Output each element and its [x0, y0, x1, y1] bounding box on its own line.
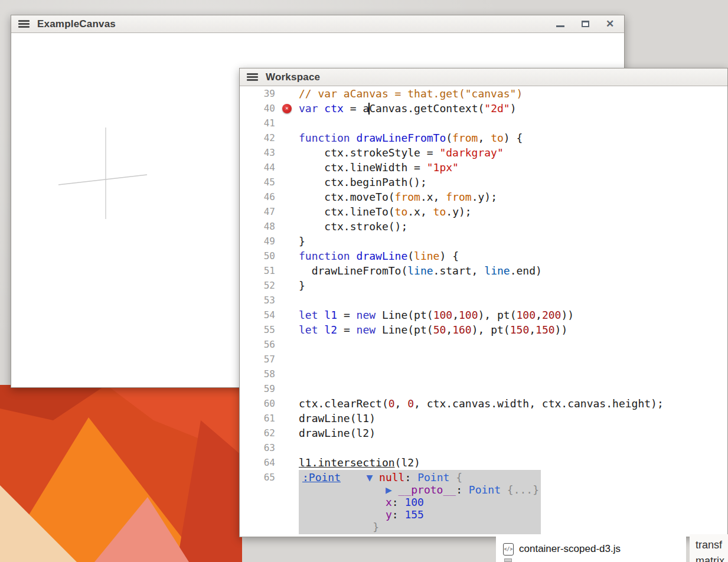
code-line[interactable]: 60ctx.clearRect(0, 0, ctx.canvas.width, … — [240, 396, 727, 411]
code-line[interactable]: 40var ctx = aCanvas.getContext("2d") — [240, 101, 727, 116]
window-title: Workspace — [266, 71, 320, 83]
code-token: (l2) — [395, 456, 420, 469]
code-token: : — [456, 483, 469, 496]
code-line[interactable]: 62drawLine(l2) — [240, 426, 727, 440]
menu-icon[interactable] — [18, 20, 30, 28]
code-line[interactable]: 51 drawLineFromTo(line.start, line.end) — [240, 263, 727, 278]
code-token: ctx.lineTo( — [299, 205, 395, 218]
code-line[interactable]: 46 ctx.moveTo(from.x, from.y); — [240, 189, 727, 204]
code-line[interactable]: 50function drawLine(line) { — [240, 249, 727, 263]
minimize-button[interactable] — [556, 19, 565, 29]
code-token: = a — [344, 102, 369, 115]
line-number: 52 — [240, 278, 275, 293]
code-line[interactable]: 63 — [240, 440, 727, 455]
code-token: .end) — [510, 264, 542, 277]
file-name: container-scoped-d3.js — [519, 543, 621, 555]
gutter-icon-slot — [275, 263, 299, 278]
gutter-icon-slot — [275, 234, 299, 249]
workspace-window: Workspace 39// var aCanvas = that.get("c… — [239, 68, 728, 537]
gutter-icon-slot — [275, 381, 299, 396]
code-token: : — [404, 471, 417, 483]
code-token: Canvas.getContext( — [369, 102, 484, 115]
close-button[interactable] — [605, 19, 615, 29]
code-line[interactable]: 58 — [240, 367, 727, 381]
code-line[interactable]: 53 — [240, 293, 727, 308]
code-token[interactable]: ▼ — [366, 471, 379, 483]
code-line[interactable]: 65:Point ▼ null: Point { ▶ __proto__: Po… — [240, 470, 727, 534]
code-token: let — [299, 309, 318, 321]
code-token: {...} — [501, 483, 539, 496]
code-text: let l2 = new Line(pt(50,160), pt(150,150… — [299, 322, 567, 337]
code-token: ctx.moveTo( — [299, 191, 395, 203]
line-number: 55 — [240, 322, 275, 337]
code-token: .y); — [446, 205, 471, 218]
code-token — [302, 483, 386, 496]
file-list-panel: container-scoped-d3.js — [496, 536, 686, 562]
code-token: drawLine(l1) — [299, 412, 376, 424]
code-line[interactable]: 59 — [240, 381, 727, 396]
gutter-icon-slot — [275, 86, 299, 101]
file-list-item[interactable]: container-scoped-d3.js — [503, 543, 621, 556]
error-icon[interactable] — [282, 104, 292, 113]
gutter-icon-slot — [275, 322, 299, 337]
line-number: 59 — [240, 381, 275, 396]
code-token: y — [386, 508, 392, 521]
gutter-icon-slot — [275, 278, 299, 293]
code-line[interactable]: 56 — [240, 337, 727, 352]
code-line[interactable]: 44 ctx.lineWidth = "1px" — [240, 160, 727, 175]
code-token — [318, 324, 325, 336]
gutter-icon-slot — [275, 293, 299, 308]
code-line[interactable]: 42function drawLineFromTo(from, to) { — [240, 130, 727, 145]
code-token — [302, 521, 373, 533]
inspector-row: x: 100 — [302, 496, 537, 508]
line-number: 47 — [240, 204, 275, 219]
code-token: ctx — [324, 102, 344, 115]
code-line[interactable]: 43 ctx.strokeStyle = "darkgray" — [240, 145, 727, 160]
code-line[interactable]: 49} — [240, 234, 727, 249]
code-token: to — [433, 205, 446, 218]
code-token: ctx.lineWidth = — [299, 161, 427, 174]
code-line[interactable]: 55let l2 = new Line(pt(50,160), pt(150,1… — [240, 322, 727, 337]
line-number: 64 — [240, 455, 275, 470]
code-token — [318, 102, 325, 115]
code-line[interactable]: 64l1.intersection(l2) — [240, 455, 727, 470]
line-number: 54 — [240, 308, 275, 322]
workspace-titlebar[interactable]: Workspace — [240, 68, 727, 86]
code-token: Point — [417, 471, 449, 483]
code-token: Line(pt( — [376, 324, 433, 336]
example-canvas-titlebar[interactable]: ExampleCanvas — [11, 15, 624, 33]
code-line[interactable]: 54let l1 = new Line(pt(100,100), pt(100,… — [240, 308, 727, 322]
code-line[interactable]: 52} — [240, 278, 727, 293]
code-text: l1.intersection(l2) — [299, 455, 420, 470]
canvas-line — [58, 175, 147, 185]
code-line[interactable]: 47 ctx.lineTo(to.x, to.y); — [240, 204, 727, 219]
code-token: line — [414, 250, 439, 262]
line-number: 56 — [240, 337, 275, 352]
code-line[interactable]: 57 — [240, 352, 727, 367]
inspector-type-link[interactable]: :Point — [302, 471, 341, 483]
code-token: .x, — [420, 191, 446, 203]
code-token: __proto__ — [399, 483, 456, 496]
code-line[interactable]: 39// var aCanvas = that.get("canvas") — [240, 86, 727, 101]
maximize-button[interactable] — [580, 19, 590, 29]
gutter-icon-slot — [275, 249, 299, 263]
clipped-label-matrix: matrix — [696, 553, 728, 562]
code-token: l1 — [324, 309, 337, 321]
code-token[interactable]: ▶ — [386, 483, 399, 496]
code-token: .x, — [407, 205, 433, 218]
clipped-label-transform: transf — [696, 537, 728, 553]
code-line[interactable]: 45 ctx.beginPath(); — [240, 175, 727, 189]
menu-icon[interactable] — [247, 73, 258, 81]
line-number: 49 — [240, 234, 275, 249]
code-text: ctx.clearRect(0, 0, ctx.canvas.width, ct… — [299, 396, 664, 411]
code-line[interactable]: 61drawLine(l1) — [240, 411, 727, 426]
code-line[interactable]: 48 ctx.stroke(); — [240, 219, 727, 234]
code-text: function drawLineFromTo(from, to) { — [299, 130, 523, 145]
gutter-icon-slot — [275, 337, 299, 352]
code-editor[interactable]: 39// var aCanvas = that.get("canvas")40v… — [240, 86, 727, 537]
eval-result-inspector[interactable]: :Point ▼ null: Point { ▶ __proto__: Poin… — [299, 470, 541, 534]
code-token — [318, 309, 325, 321]
code-token: ) { — [439, 250, 459, 262]
code-token: Line(pt( — [376, 309, 433, 321]
code-line[interactable]: 41 — [240, 116, 727, 130]
